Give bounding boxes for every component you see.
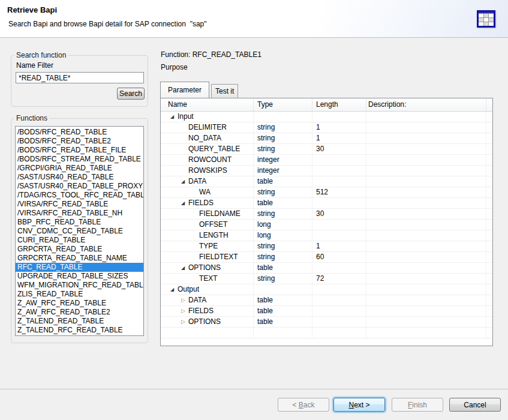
function-list-item[interactable]: /VIRSA/RFC_READ_TABLE_NH: [16, 209, 143, 218]
param-name: ROWCOUNT: [188, 155, 232, 165]
param-description-cell: [366, 263, 486, 273]
expand-collapse-icon[interactable]: ◢: [170, 284, 178, 295]
param-name-cell: ◢ FIELDS: [161, 198, 254, 208]
param-row[interactable]: ◢ DATA table: [161, 176, 492, 187]
function-list-item[interactable]: RFC_READ_TABLE: [16, 263, 143, 272]
function-list-item[interactable]: BBP_RFC_READ_TABLE: [16, 218, 143, 227]
name-filter-input[interactable]: [16, 72, 144, 83]
param-type-cell: table: [254, 176, 312, 187]
expand-collapse-icon[interactable]: ◢: [181, 176, 188, 187]
function-list-item[interactable]: GRPCRTA_READ_TABLE: [16, 245, 143, 254]
function-list-item[interactable]: /SAST/USR40_READ_TABLE: [16, 173, 143, 182]
function-list-item[interactable]: /BODS/RFC_READ_TABLE_FILE: [16, 146, 143, 155]
param-row[interactable]: ▷ DATA table: [161, 295, 492, 306]
function-list-item[interactable]: UPGRADE_READ_TABLE_SIZES: [16, 272, 143, 281]
param-length-cell: 1: [312, 133, 366, 143]
param-length-cell: [312, 112, 366, 122]
param-row[interactable]: FIELDNAME string 30: [161, 209, 492, 220]
param-length-cell: 512: [312, 187, 366, 197]
param-row[interactable]: ROWSKIPS integer: [161, 166, 492, 176]
tab-parameter[interactable]: Parameter: [160, 82, 209, 98]
param-name: LENGTH: [199, 230, 229, 241]
name-filter-label: Name Filter: [16, 61, 148, 70]
expand-collapse-icon[interactable]: ◢: [181, 198, 188, 208]
param-row[interactable]: TYPE string 1: [161, 241, 492, 252]
function-list-item[interactable]: ZLIS_READ_TABLE: [16, 290, 143, 299]
param-row[interactable]: DELIMITER string 1: [161, 122, 492, 133]
param-row[interactable]: OFFSET long: [161, 220, 492, 230]
column-header-description[interactable]: Description:: [366, 98, 486, 111]
column-header-length[interactable]: Length: [312, 98, 366, 111]
page-title: Retrieve Bapi: [7, 5, 57, 14]
param-row[interactable]: ◢ Output: [161, 284, 492, 295]
function-list-item[interactable]: Z_AW_RFC_READ_TABLE: [16, 299, 143, 308]
param-row[interactable]: NO_DATA string 1: [161, 133, 492, 144]
functions-group: Functions /BODS/RFC_READ_TABLE/BODS/RFC_…: [11, 114, 148, 343]
function-list-item[interactable]: /BODS/RFC_READ_TABLE2: [16, 137, 143, 146]
function-list-item[interactable]: CURI_READ_TABLE: [16, 236, 143, 245]
tab-test-it[interactable]: Test it: [211, 84, 238, 98]
param-name: Output: [178, 284, 199, 295]
param-row[interactable]: TEXT string 72: [161, 274, 492, 284]
param-filler-cell: [486, 144, 492, 154]
param-filler-cell: [486, 122, 492, 133]
param-row[interactable]: ◢ FIELDS table: [161, 198, 492, 209]
param-row[interactable]: WA string 512: [161, 187, 492, 198]
param-name-cell: ▷ DATA: [161, 295, 254, 305]
expand-collapse-icon[interactable]: ▷: [181, 306, 188, 316]
param-row[interactable]: FIELDTEXT string 60: [161, 252, 492, 263]
back-button[interactable]: < Back: [278, 398, 329, 412]
next-button[interactable]: Next >: [333, 398, 385, 412]
function-list-item[interactable]: /VIRSA/RFC_READ_TABLE: [16, 200, 143, 209]
param-length-cell: 30: [312, 209, 366, 219]
param-row[interactable]: ROWCOUNT integer: [161, 155, 492, 166]
expand-collapse-icon[interactable]: ◢: [181, 263, 188, 273]
param-length-cell: [312, 295, 366, 305]
function-list-item[interactable]: /BODS/RFC_STREAM_READ_TABLE: [16, 155, 143, 164]
param-row[interactable]: LENGTH long: [161, 230, 492, 241]
param-length-cell: [312, 284, 366, 295]
function-list-item[interactable]: WFM_MIGRATION_RFC_READ_TABLE: [16, 281, 143, 290]
cancel-button[interactable]: Cancel: [449, 398, 501, 412]
purpose-label: Purpose: [161, 63, 188, 71]
expand-collapse-icon[interactable]: ▷: [181, 295, 188, 305]
param-filler-cell: [486, 284, 492, 295]
param-description-cell: [366, 166, 486, 176]
param-row[interactable]: [161, 328, 492, 338]
column-header-name[interactable]: Name: [161, 98, 254, 111]
function-list-item[interactable]: /SAST/USR40_READ_TABLE_PROXY: [16, 182, 143, 191]
param-row[interactable]: ◢ OPTIONS table: [161, 263, 492, 274]
function-list-item[interactable]: /TDAG/RCS_TOOL_RFC_READ_TABLE: [16, 191, 143, 200]
expand-collapse-icon[interactable]: ◢: [170, 112, 178, 122]
param-type-cell: string: [254, 209, 312, 219]
param-row[interactable]: QUERY_TABLE string 30: [161, 144, 492, 155]
function-list-item[interactable]: Z_TALEND_READ_TABLE: [16, 317, 143, 326]
param-name-cell: ▷ OPTIONS: [161, 317, 254, 327]
function-list-item[interactable]: /GRCPI/GRIA_READ_TABLE: [16, 164, 143, 173]
param-row[interactable]: ◢ Input: [161, 112, 492, 122]
detail-tabs: Parameter Test it: [160, 80, 238, 98]
param-filler-cell: [486, 241, 492, 251]
function-list-item[interactable]: Z_TALEND_RFC_READ_TABLE: [16, 326, 143, 335]
param-type-cell: table: [254, 317, 312, 327]
param-description-cell: [366, 198, 486, 208]
param-row[interactable]: ▷ OPTIONS table: [161, 317, 492, 328]
expand-collapse-icon[interactable]: ▷: [181, 317, 188, 327]
param-type-cell: string: [254, 252, 312, 262]
search-button[interactable]: Search: [117, 88, 145, 100]
finish-button[interactable]: Finish: [392, 398, 443, 412]
param-filler-cell: [486, 133, 492, 143]
function-list-item[interactable]: Z_AW_RFC_READ_TABLE2: [16, 308, 143, 317]
param-length-cell: [312, 263, 366, 273]
function-list-item[interactable]: CNV_CDMC_CC_READ_TABLE: [16, 227, 143, 236]
functions-list[interactable]: /BODS/RFC_READ_TABLE/BODS/RFC_READ_TABLE…: [15, 126, 144, 336]
param-filler-cell: [486, 187, 492, 197]
param-name-cell: [161, 328, 254, 338]
column-header-type[interactable]: Type: [254, 98, 312, 111]
param-length-cell: 30: [312, 144, 366, 154]
function-list-item[interactable]: /BODS/RFC_READ_TABLE: [16, 128, 143, 137]
param-type-cell: [254, 328, 312, 338]
function-list-item[interactable]: GRPCRTA_READ_TABLE_NAME: [16, 254, 143, 263]
param-row[interactable]: ▷ FIELDS table: [161, 306, 492, 317]
param-length-cell: [312, 166, 366, 176]
